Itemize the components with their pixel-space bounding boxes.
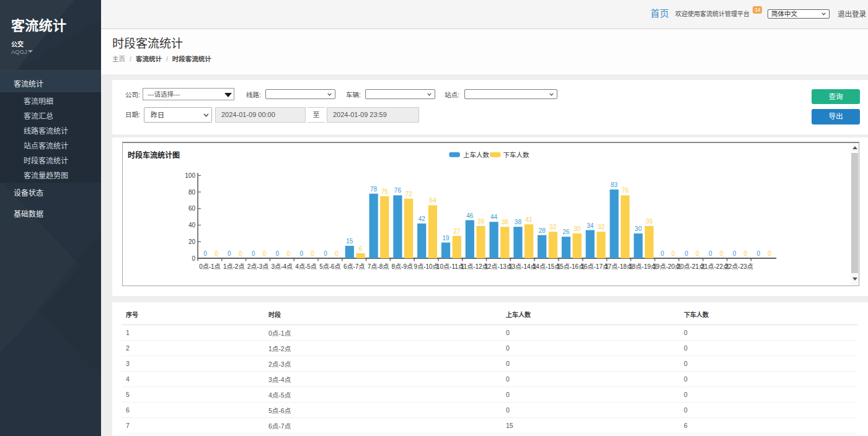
svg-text:0: 0 [720, 250, 724, 257]
svg-text:64: 64 [429, 197, 436, 204]
svg-text:27: 27 [453, 228, 461, 235]
svg-text:80: 80 [188, 189, 196, 196]
svg-text:0: 0 [696, 250, 699, 257]
svg-text:32: 32 [549, 224, 557, 230]
svg-text:0: 0 [263, 250, 267, 257]
svg-text:1点-2点: 1点-2点 [223, 263, 244, 270]
svg-text:39: 39 [646, 218, 653, 225]
svg-text:3点-4点: 3点-4点 [272, 263, 293, 270]
svg-text:0: 0 [286, 250, 290, 257]
svg-text:0: 0 [203, 250, 207, 257]
svg-text:0: 0 [276, 250, 280, 257]
svg-text:0: 0 [709, 250, 712, 257]
svg-text:78: 78 [370, 186, 378, 193]
svg-text:9点-10点: 9点-10点 [414, 263, 439, 270]
svg-text:38: 38 [515, 219, 522, 225]
svg-text:8点-9点: 8点-9点 [392, 263, 413, 270]
svg-text:时段车流统计图: 时段车流统计图 [128, 150, 180, 160]
svg-text:2点-3点: 2点-3点 [247, 263, 268, 270]
svg-text:0: 0 [228, 250, 231, 257]
svg-text:30: 30 [574, 225, 581, 232]
svg-text:20: 20 [188, 238, 196, 245]
svg-text:42: 42 [418, 216, 426, 222]
svg-text:38: 38 [502, 219, 509, 225]
svg-text:76: 76 [622, 187, 629, 194]
svg-text:5点-6点: 5点-6点 [319, 263, 340, 270]
svg-text:32: 32 [598, 224, 605, 230]
svg-text:41: 41 [526, 216, 533, 223]
svg-text:0: 0 [192, 255, 195, 262]
svg-text:40: 40 [188, 222, 196, 229]
svg-text:0: 0 [324, 250, 327, 257]
svg-text:0: 0 [744, 250, 748, 257]
svg-text:34: 34 [587, 222, 594, 229]
svg-text:75: 75 [381, 188, 389, 195]
svg-text:100: 100 [185, 172, 195, 179]
svg-text:0: 0 [215, 250, 218, 257]
svg-text:26: 26 [562, 229, 570, 235]
svg-text:6点-7点: 6点-7点 [343, 263, 365, 270]
svg-text:4点-5点: 4点-5点 [295, 263, 316, 270]
svg-text:0: 0 [757, 250, 761, 257]
svg-text:22点-23点: 22点-23点 [725, 263, 753, 270]
svg-text:下车人数: 下车人数 [503, 151, 529, 159]
svg-text:0: 0 [311, 250, 314, 257]
svg-text:15: 15 [346, 238, 353, 245]
svg-text:0: 0 [733, 250, 737, 257]
svg-text:0: 0 [671, 250, 675, 257]
svg-text:0: 0 [684, 250, 688, 257]
svg-text:19: 19 [442, 235, 450, 242]
svg-text:0: 0 [252, 250, 255, 257]
svg-text:83: 83 [611, 181, 618, 188]
svg-text:上车人数: 上车人数 [463, 151, 489, 159]
svg-text:76: 76 [394, 187, 402, 194]
svg-text:60: 60 [188, 205, 196, 212]
svg-text:0: 0 [660, 250, 664, 257]
svg-text:7点-8点: 7点-8点 [368, 263, 389, 270]
svg-text:6: 6 [359, 245, 363, 252]
svg-text:30: 30 [635, 225, 642, 232]
svg-text:0: 0 [335, 250, 339, 257]
svg-text:46: 46 [466, 212, 474, 219]
svg-text:28: 28 [539, 227, 546, 234]
svg-text:0: 0 [768, 250, 771, 257]
svg-text:72: 72 [405, 191, 413, 198]
svg-text:39: 39 [477, 218, 485, 225]
svg-text:44: 44 [490, 214, 498, 220]
svg-text:0: 0 [239, 250, 242, 257]
svg-text:0点-1点: 0点-1点 [199, 263, 220, 270]
svg-text:0: 0 [299, 250, 303, 257]
